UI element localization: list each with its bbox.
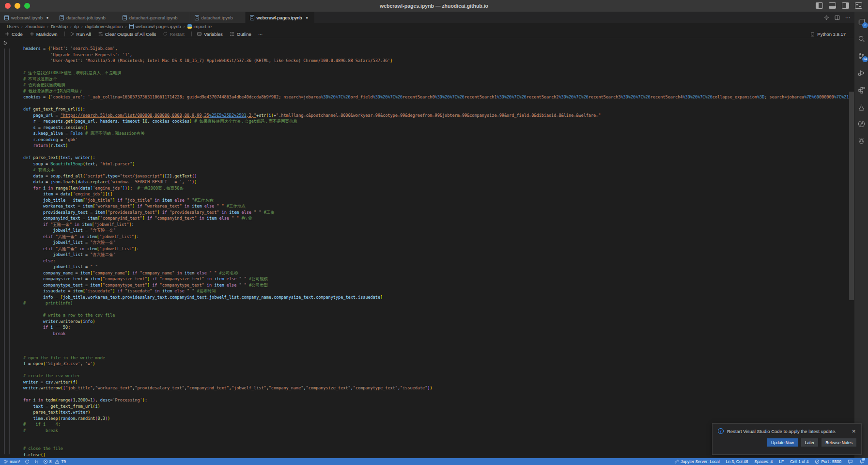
code-line[interactable]: elif "六险二金" in item["jobwelf_list"]: [23,246,849,252]
code-line[interactable]: # 不可以滥用这个 [23,76,849,82]
code-line[interactable]: # 我就没法用这个IP访问网站了 [23,88,849,95]
git-branch-indicator[interactable]: main* [4,459,20,464]
code-line[interactable]: else: [23,258,849,264]
code-line[interactable]: r.encoding = 'gbk' [23,137,849,143]
code-line[interactable]: # open the file in the write mode [23,355,849,361]
code-line[interactable]: s = requests.session() [23,125,849,131]
close-window-button[interactable] [5,3,11,9]
breadcrumb-item-digitalinvestigation[interactable]: digitalinvestigation [85,24,123,29]
code-line[interactable]: f = open('51job_35.csv', 'w') [23,361,849,367]
extensions-icon[interactable] [856,85,866,95]
code-line[interactable] [23,343,849,349]
clear-outputs-button[interactable]: Clear Outputs of All Cells [98,32,156,37]
code-line[interactable]: jobwelf_list = "含六险一金" [23,240,849,246]
toggle-secondary-sidebar-icon[interactable] [842,2,849,9]
zoom-window-button[interactable] [24,3,30,9]
kernel-picker[interactable]: Python 3.9.17 [810,30,846,38]
code-line[interactable]: cookies = {'cookies_are': '_uab_collina=… [23,94,849,100]
code-line[interactable]: for i in range(len(data['engine_jds'])):… [23,185,849,192]
live-share-icon[interactable] [856,119,866,128]
code-line[interactable]: soup = BeautifulSoup(text, "html.parser"… [23,161,849,167]
breadcrumb-item-itp[interactable]: itp [74,24,79,29]
compare-changes-icon[interactable] [34,459,39,464]
add-markdown-cell-button[interactable]: Markdown [30,32,58,37]
toggle-panel-icon[interactable] [829,2,836,9]
tab-datachart.ipynb[interactable]: datachart.ipynb [190,12,246,23]
code-line[interactable]: page_url = "https://search.51job.com/lis… [23,112,849,119]
code-line[interactable]: # 获得文本 [23,167,849,173]
problems-indicator[interactable]: 8 79 [43,459,66,464]
code-line[interactable] [23,337,849,343]
code-line[interactable]: companyind_text = item["companyind_text"… [23,215,849,222]
code-line[interactable]: headers = {'Host': 'search.51job.com', [23,46,849,52]
modified-dot-icon[interactable]: ● [305,16,310,20]
testing-icon[interactable] [856,102,866,112]
restart-kernel-button[interactable]: Restart [163,32,185,37]
code-line[interactable]: data = json.loads(data.replace('window._… [23,179,849,185]
code-line[interactable]: if "五险一金" in item["jobwelf_list"]: [23,222,849,228]
code-line[interactable]: return(r.text) [23,143,849,149]
code-line[interactable]: # print(info) [23,300,849,306]
code-line[interactable]: def get_text_from_url(i): [23,106,849,112]
code-line[interactable]: # write a row to the csv file [23,312,849,319]
toggle-primary-sidebar-icon[interactable] [816,2,823,9]
code-line[interactable]: # 这个是我的COOKIE信息，表明我是真人，不是电脑 [23,70,849,76]
jupyter-server-indicator[interactable]: Jupyter Server: Local [674,459,719,464]
notifications-bell-icon[interactable] [859,459,864,464]
split-editor-icon[interactable] [835,15,840,20]
code-line[interactable]: r = requests.get(page_url, headers, time… [23,118,849,125]
code-line[interactable]: writer = csv.writer(f) [23,379,849,385]
code-line[interactable] [23,64,849,70]
code-line[interactable]: # 否则会把我当成电脑 [23,82,849,88]
release-notes-button[interactable]: Release Notes [822,438,856,447]
more-actions-icon[interactable]: ⋯ [845,15,851,21]
code-line[interactable] [23,367,849,373]
breadcrumb-item-Users[interactable]: Users [7,24,19,29]
code-line[interactable]: jobwelf_list = " " [23,264,849,270]
code-line[interactable]: providesalary_text = item["providesalary… [23,209,849,216]
code-line[interactable]: for i in tqdm(range(1,2000+1), desc='Pro… [23,397,849,403]
code-line[interactable] [23,349,849,355]
code-line[interactable]: issuedate = item["issuedate"] if "issued… [23,288,849,294]
later-button[interactable]: Later [801,438,818,447]
cell-collapse-bar[interactable] [9,48,10,454]
cell-indicator[interactable]: Cell 1 of 4 [790,459,808,464]
code-line[interactable]: data = soup.find_all("script",type="text… [23,173,849,179]
outline-button[interactable]: Outline [230,32,251,37]
code-line[interactable]: jobwelf_list = "含五险一金" [23,227,849,234]
toolbar-more-icon[interactable]: ⋯ [258,32,263,37]
sync-changes-icon[interactable] [25,459,30,464]
code-line[interactable]: companysize_text = item["companysize_tex… [23,276,849,282]
breadcrumb-item-zhuodicai[interactable]: zhuodicai [25,24,45,29]
code-line[interactable]: text = get_text_from_url(i) [23,403,849,410]
code-line[interactable] [23,306,849,313]
cell-focus-bar[interactable] [4,48,5,454]
code-line[interactable] [23,149,849,155]
code-line[interactable]: if i == 50: [23,324,849,331]
search-icon[interactable] [856,34,866,44]
code-line[interactable]: info = [job_title,workarea_text,provides… [23,294,849,301]
breadcrumb-item-Desktop[interactable]: Desktop [51,24,68,29]
customize-layout-icon[interactable] [855,2,862,9]
minimize-window-button[interactable] [15,3,20,9]
gear-icon[interactable] [824,15,829,20]
editor-scrollbar[interactable] [849,38,854,458]
code-line[interactable]: 'User-Agent': 'Mozilla/5.0 (Macintosh; I… [23,58,849,64]
code-line[interactable]: writer.writerow(info) [23,319,849,325]
code-line[interactable]: s.keep_alive = False # 原理不明确，和session有关 [23,130,849,137]
open-editors-icon[interactable]: 2 [856,17,866,27]
tab-datachart-job.ipynb[interactable]: datachart-job.ipynb [55,12,118,23]
breadcrumb-item-import-re[interactable]: import re [187,24,212,29]
variables-button[interactable]: Variables [197,32,223,37]
cursor-position-indicator[interactable]: Ln 3, Col 46 [726,459,748,464]
feedback-icon[interactable] [848,459,853,464]
code-line[interactable]: jobwelf_list = "含六险二金" [23,252,849,258]
code-line[interactable]: job_title = item["job_title"] if "job_ti… [23,197,849,204]
code-line[interactable]: elif "六险一金" in item["jobwelf_list"]: [23,234,849,240]
scrollbar-thumb[interactable] [849,92,854,300]
breadcrumb-item-webcrawl-pages.ipynb[interactable]: webcrawl-pages.ipynb [129,24,181,29]
run-and-debug-icon[interactable] [856,68,866,78]
run-all-button[interactable]: Run All [70,32,91,37]
code-line[interactable]: break [23,331,849,337]
notebook-editor[interactable]: headers = {'Host': 'search.51job.com', '… [0,38,854,458]
